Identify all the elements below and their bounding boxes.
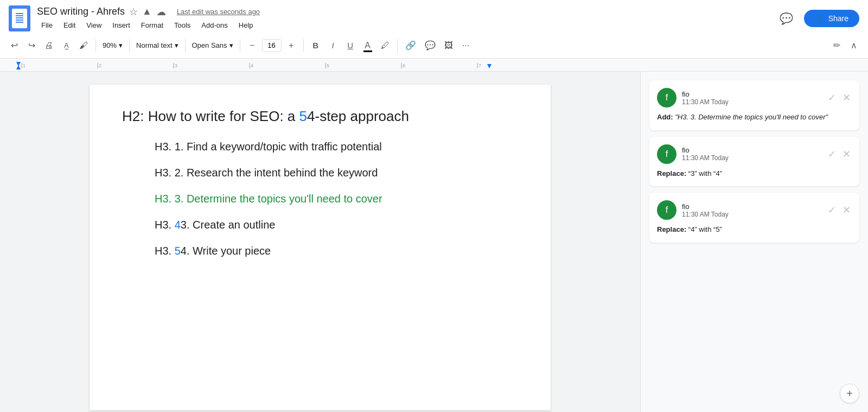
comment-3-reject[interactable]: ✕ [841, 203, 852, 217]
comment-2-meta: fio 11:30 AM Today [682, 146, 821, 162]
title-bar: SEO writing - Ahrefs ☆ ▲ ☁ Last edit was… [0, 0, 868, 33]
divider-3 [185, 39, 186, 52]
comment-card-1: f fio 11:30 AM Today ✓ ✕ Add: "H3. 3. De… [649, 80, 859, 130]
font-value: Open Sans [192, 41, 227, 49]
comment-3-meta: fio 11:30 AM Today [682, 202, 821, 218]
undo-button[interactable]: ↩ [7, 38, 22, 53]
comment-card-3: f fio 11:30 AM Today ✓ ✕ Replace: “4” wi… [649, 193, 859, 243]
comment-1-accept[interactable]: ✓ [827, 91, 837, 105]
h2-prefix: H2: How to write for SEO: a [122, 108, 299, 124]
paint-format-button[interactable]: 🖌 [76, 38, 91, 53]
comment-2-actions: ✓ ✕ [827, 147, 852, 161]
share-label: Share [828, 14, 848, 23]
comment-2-label: Replace: [657, 169, 686, 178]
comment-2-text: “3” with “4” [688, 169, 722, 178]
h3-item-5: H3. 54. Write your piece [155, 243, 518, 258]
comments-panel: f fio 11:30 AM Today ✓ ✕ Add: "H3. 3. De… [640, 72, 868, 412]
title-area: SEO writing - Ahrefs ☆ ▲ ☁ Last edit was… [37, 6, 776, 31]
menu-view[interactable]: View [82, 19, 106, 31]
doc-title: SEO writing - Ahrefs [37, 6, 125, 17]
comment-1-reject[interactable]: ✕ [841, 91, 852, 105]
last-edit: Last edit was seconds ago [177, 8, 260, 16]
comment-1-author: fio [682, 90, 821, 98]
link-button[interactable]: 🔗 [402, 38, 419, 53]
share-icon: 👤 [815, 14, 824, 23]
drive-icon[interactable]: ▲ [142, 6, 152, 17]
svg-marker-16 [487, 64, 492, 68]
font-select[interactable]: Open Sans ▾ [190, 40, 235, 50]
h3-item-2: H3. 2. Research the intent behind the ke… [155, 165, 518, 180]
h3-item-4: H3. 43. Create an outline [155, 217, 518, 232]
collapse-button[interactable]: ∧ [846, 38, 861, 53]
comment-2-author: fio [682, 146, 821, 154]
comment-card-2: f fio 11:30 AM Today ✓ ✕ Replace: “3” wi… [649, 137, 859, 187]
menu-file[interactable]: File [37, 19, 57, 31]
text-color-button[interactable]: A [360, 38, 375, 53]
add-comment-button[interactable]: + [840, 384, 859, 403]
doc-page: H2: How to write for SEO: a 54-step appr… [90, 85, 551, 410]
font-size-decrease[interactable]: − [245, 38, 260, 53]
comments-button[interactable]: 💬 [776, 8, 797, 29]
doc-area: H2: How to write for SEO: a 54-step appr… [0, 72, 640, 412]
comment-2-body: Replace: “3” with “4” [657, 168, 852, 179]
title-row: SEO writing - Ahrefs ☆ ▲ ☁ Last edit was… [37, 6, 776, 18]
insert-comment-button[interactable]: 💬 [422, 38, 439, 53]
comment-2-accept[interactable]: ✓ [827, 147, 837, 161]
doc-icon [9, 5, 30, 31]
comment-2-reject[interactable]: ✕ [841, 147, 852, 161]
menu-tools[interactable]: Tools [170, 19, 195, 31]
more-button[interactable]: ··· [458, 38, 474, 53]
h2-heading: H2: How to write for SEO: a 54-step appr… [122, 106, 518, 126]
h3-3-text: H3. 3. Determine the topics you'll need … [155, 193, 382, 205]
menu-format[interactable]: Format [137, 19, 168, 31]
comment-3-header: f fio 11:30 AM Today ✓ ✕ [657, 200, 852, 220]
h3-4-suffix: 3. Create an outline [181, 219, 276, 231]
h3-5-highlight: 5 [175, 245, 181, 257]
comment-1-quote: "H3. 3. Determine the topics you'll need… [675, 113, 828, 121]
main-area: H2: How to write for SEO: a 54-step appr… [0, 72, 868, 412]
underline-button[interactable]: U [343, 38, 358, 53]
zoom-select[interactable]: 90% ▾ [100, 40, 125, 50]
zoom-value: 90% [103, 41, 117, 49]
ruler-svg: 1 2 3 4 5 6 7 [0, 59, 575, 72]
comment-1-time: 11:30 AM Today [682, 98, 821, 106]
svg-text:6: 6 [403, 63, 405, 68]
zoom-dropdown-icon: ▾ [119, 41, 123, 49]
menu-insert[interactable]: Insert [108, 19, 135, 31]
comment-1-meta: fio 11:30 AM Today [682, 90, 821, 106]
comment-3-actions: ✓ ✕ [827, 203, 852, 217]
menu-addons[interactable]: Add-ons [197, 19, 232, 31]
insert-image-button[interactable]: 🖼 [441, 38, 456, 53]
comment-2-avatar: f [657, 144, 676, 164]
h3-5-prefix: H3. [155, 245, 175, 257]
paragraph-style-select[interactable]: Normal text ▾ [134, 40, 180, 50]
divider-4 [240, 39, 240, 52]
comment-3-avatar: f [657, 200, 676, 220]
add-comment-area: + [649, 384, 859, 403]
star-icon[interactable]: ☆ [129, 6, 138, 18]
text-color-icon: A [365, 41, 371, 50]
comment-3-accept[interactable]: ✓ [827, 203, 837, 217]
menu-help[interactable]: Help [234, 19, 258, 31]
svg-text:7: 7 [478, 63, 481, 68]
redo-button[interactable]: ↪ [24, 38, 39, 53]
highlight-color-button[interactable]: 🖊 [378, 38, 393, 53]
comment-1-label: Add: [657, 113, 673, 121]
comment-3-time: 11:30 AM Today [682, 211, 821, 218]
h2-highlight: 5 [299, 108, 307, 124]
font-size-increase[interactable]: + [284, 38, 299, 53]
pencil-button[interactable]: ✏ [829, 38, 844, 53]
bold-button[interactable]: B [308, 38, 323, 53]
comment-1-body: Add: "H3. 3. Determine the topics you'll… [657, 112, 852, 123]
spellcheck-button[interactable]: A̲ [59, 38, 74, 53]
paragraph-style-value: Normal text [136, 41, 172, 49]
font-size-input[interactable] [262, 39, 282, 52]
h3-5-suffix: 4. Write your piece [181, 245, 271, 257]
italic-button[interactable]: I [326, 38, 341, 53]
paragraph-dropdown-icon: ▾ [175, 41, 178, 49]
h2-suffix: 4-step approach [307, 108, 409, 124]
menu-edit[interactable]: Edit [59, 19, 80, 31]
share-button[interactable]: 👤 Share [804, 10, 859, 27]
print-button[interactable]: 🖨 [41, 38, 56, 53]
cloud-icon[interactable]: ☁ [156, 6, 166, 18]
